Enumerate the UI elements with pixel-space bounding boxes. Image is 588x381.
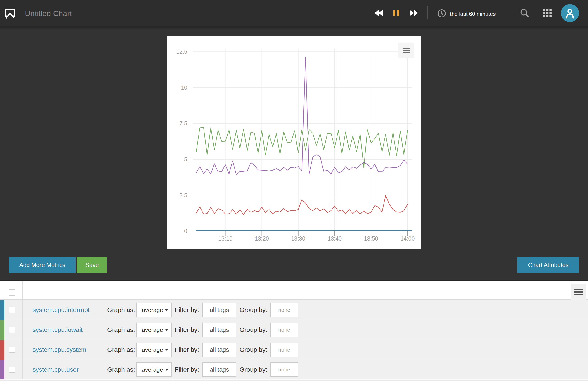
svg-text:10: 10 [181,85,187,91]
svg-text:2.5: 2.5 [179,192,187,198]
svg-text:0: 0 [184,228,187,234]
svg-text:13:40: 13:40 [328,235,342,242]
svg-text:7.5: 7.5 [179,120,187,127]
svg-text:13:20: 13:20 [255,235,269,242]
svg-text:12.5: 12.5 [176,48,187,55]
svg-text:13:50: 13:50 [364,235,378,242]
svg-text:13:10: 13:10 [218,235,232,242]
svg-text:14:00: 14:00 [400,235,415,242]
svg-text:5: 5 [184,156,187,162]
svg-text:13:30: 13:30 [291,235,305,242]
